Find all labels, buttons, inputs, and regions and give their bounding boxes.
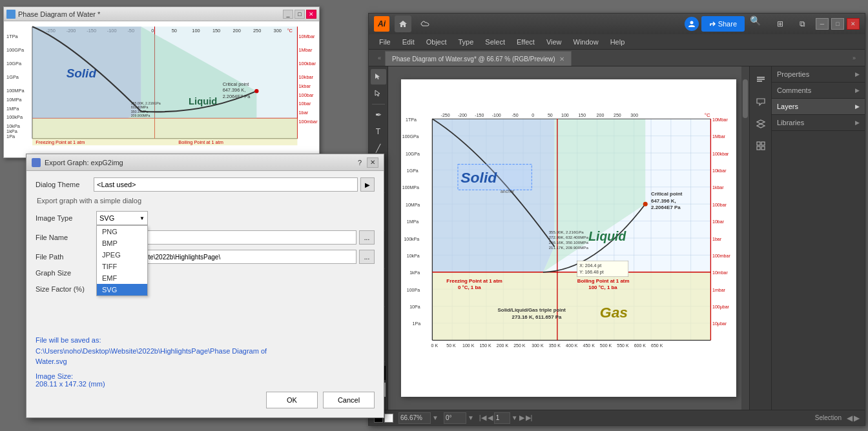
page-next[interactable]: ▶ xyxy=(519,414,524,422)
bg-minimize-button[interactable]: _ xyxy=(283,10,293,19)
dialog-help-button[interactable]: ? xyxy=(358,159,362,166)
svg-marker-56 xyxy=(375,74,380,79)
ai-close-button[interactable]: ✕ xyxy=(847,18,860,30)
option-png[interactable]: PNG xyxy=(97,226,147,237)
page-dropdown-arrow[interactable]: ▼ xyxy=(512,414,518,421)
svg-text:200: 200 xyxy=(232,28,240,34)
option-svg[interactable]: SVG xyxy=(97,284,147,296)
ai-minimize-button[interactable]: ─ xyxy=(816,18,829,30)
stroke-color-indicator[interactable] xyxy=(384,414,393,423)
ai-cloud-button[interactable] xyxy=(417,15,433,32)
ai-home-button[interactable] xyxy=(395,15,411,32)
svg-text:0 °C, 1 ba: 0 °C, 1 ba xyxy=(458,285,481,290)
ai-arrange-button[interactable]: ⧉ xyxy=(794,15,811,32)
ai-share-button[interactable]: Share xyxy=(701,16,745,32)
libraries-panel-icon[interactable] xyxy=(752,137,769,154)
page-input[interactable] xyxy=(494,412,510,424)
page-prev-start[interactable]: |◀ xyxy=(479,414,486,422)
menu-type[interactable]: Type xyxy=(453,37,479,47)
tool-direct-select[interactable] xyxy=(371,86,386,101)
rotation-input[interactable] xyxy=(444,412,466,424)
svg-text:10GPa: 10GPa xyxy=(6,61,22,66)
ai-canvas-scrollbar[interactable] xyxy=(741,66,749,410)
svg-text:-250: -250 xyxy=(441,113,450,117)
svg-text:2.2064E7 Pa: 2.2064E7 Pa xyxy=(651,205,681,210)
tab-collapse-left[interactable]: « xyxy=(374,50,385,66)
comments-section-header[interactable]: Comments ▶ xyxy=(772,83,865,99)
bg-close-button[interactable]: ✕ xyxy=(306,10,316,19)
ai-search-button[interactable]: 🔍 xyxy=(750,15,767,32)
svg-text:550 K: 550 K xyxy=(617,343,629,348)
menu-edit[interactable]: Edit xyxy=(397,37,420,47)
page-next-end[interactable]: ▶| xyxy=(526,414,533,422)
tab-collapse-right[interactable]: » xyxy=(849,50,860,66)
zoom-input[interactable] xyxy=(398,412,431,424)
ok-button[interactable]: OK xyxy=(266,392,318,408)
ai-panels-button[interactable]: ⊞ xyxy=(772,15,789,32)
menu-view[interactable]: View xyxy=(541,37,567,47)
tool-type[interactable]: T xyxy=(371,124,386,139)
bg-maximize-button[interactable]: □ xyxy=(294,10,305,19)
svg-text:100mbar: 100mbar xyxy=(299,119,318,125)
dialog-theme-input[interactable] xyxy=(94,177,358,192)
tool-pen[interactable]: ✒ xyxy=(371,107,386,123)
svg-text:0: 0 xyxy=(151,28,154,34)
dialog-theme-arrow[interactable]: ▶ xyxy=(360,177,375,192)
file-path-browse-button[interactable]: ... xyxy=(359,250,375,264)
status-prev-arrow[interactable]: ◀ xyxy=(847,414,852,423)
cancel-button[interactable]: Cancel xyxy=(323,392,375,408)
status-next-arrow[interactable]: ▶ xyxy=(854,414,860,423)
bg-chart-svg: -250 -200 -150 -100 -50 0 50 100 150 200… xyxy=(5,23,318,156)
comments-label: Comments xyxy=(777,86,811,94)
svg-text:1kbar: 1kbar xyxy=(299,83,311,89)
rotation-dropdown-arrow[interactable]: ▼ xyxy=(468,414,474,421)
menu-file[interactable]: File xyxy=(374,37,396,47)
zoom-dropdown-arrow[interactable]: ▼ xyxy=(432,414,439,421)
layers-section-header[interactable]: Layers ▶ xyxy=(772,99,865,115)
file-name-browse-button[interactable]: ... xyxy=(359,230,375,245)
ai-tab-title: Phase Diagram of Water.svg* @ 66.67 % (R… xyxy=(392,55,555,63)
menu-effect[interactable]: Effect xyxy=(512,37,540,47)
ai-window: Ai Share � xyxy=(368,13,865,426)
ai-document-tab[interactable]: Phase Diagram of Water.svg* @ 66.67 % (R… xyxy=(385,51,572,66)
svg-text:100MPa: 100MPa xyxy=(6,88,25,94)
svg-text:1mbar: 1mbar xyxy=(712,288,726,292)
ai-maximize-button[interactable]: □ xyxy=(831,18,844,30)
image-type-select[interactable]: SVG ▼ xyxy=(96,211,148,225)
dialog-close-button[interactable]: ✕ xyxy=(367,157,378,168)
svg-text:250: 250 xyxy=(253,28,261,34)
menu-window[interactable]: Window xyxy=(568,37,604,47)
cloud-icon xyxy=(420,19,429,28)
menu-select[interactable]: Select xyxy=(480,37,510,47)
dialog-body: Dialog Theme ▶ Export graph with a simpl… xyxy=(26,171,384,394)
svg-text:272.99K, 632.400MPa: 272.99K, 632.400MPa xyxy=(549,235,589,239)
menu-object[interactable]: Object xyxy=(421,37,452,47)
ai-user-avatar[interactable] xyxy=(685,17,699,31)
layers-label: Layers xyxy=(777,103,798,110)
option-tiff[interactable]: TIFF xyxy=(97,261,147,272)
page-prev[interactable]: ◀ xyxy=(488,414,493,422)
svg-text:10μbar: 10μbar xyxy=(712,321,727,326)
svg-text:632.40MPa: 632.40MPa xyxy=(131,105,149,109)
menu-help[interactable]: Help xyxy=(605,37,630,47)
properties-section-header[interactable]: Properties ▶ xyxy=(772,66,865,83)
ai-win-controls: ─ □ ✕ xyxy=(816,18,860,30)
option-bmp[interactable]: BMP xyxy=(97,237,147,249)
svg-rect-171 xyxy=(757,79,765,80)
svg-text:50: 50 xyxy=(172,28,177,34)
properties-panel-icon[interactable] xyxy=(752,72,769,88)
libraries-section-header[interactable]: Libraries ▶ xyxy=(772,115,865,131)
layers-panel-icon[interactable] xyxy=(752,115,769,132)
svg-text:350.10MPa: 350.10MPa xyxy=(131,110,149,114)
comments-panel-icon[interactable] xyxy=(752,94,769,110)
tool-select[interactable] xyxy=(371,69,386,85)
right-panel-icons xyxy=(749,66,771,410)
ai-tab-close-button[interactable]: ✕ xyxy=(559,55,564,63)
direct-select-icon xyxy=(375,90,382,97)
svg-text:100: 100 xyxy=(561,113,569,117)
option-jpeg[interactable]: JPEG xyxy=(97,249,147,261)
ai-canvas: -250 -200 -150 -100 -50 0 50 100 150 200… xyxy=(401,79,736,397)
share-icon xyxy=(709,21,716,27)
svg-point-55 xyxy=(690,21,693,25)
option-emf[interactable]: EMF xyxy=(97,272,147,284)
